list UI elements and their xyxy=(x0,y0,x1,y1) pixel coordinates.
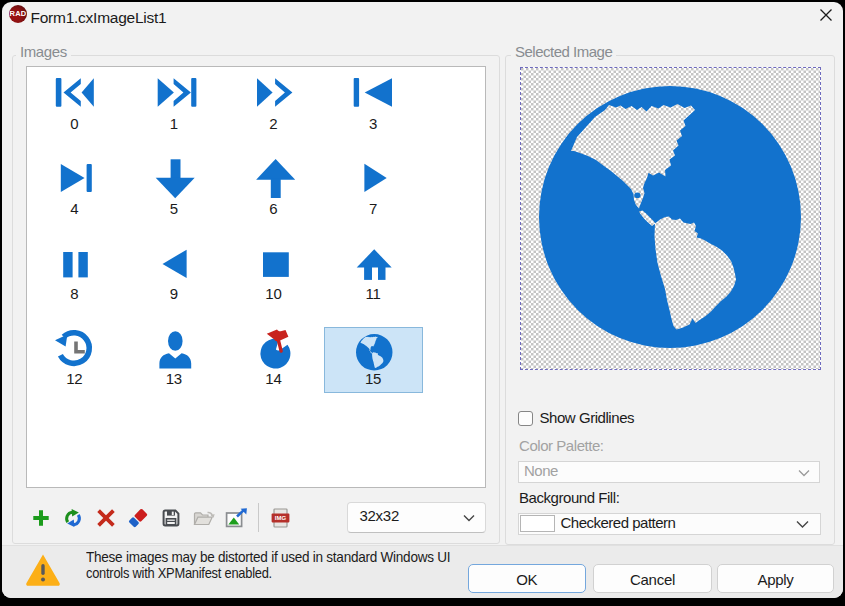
svg-text:IMG: IMG xyxy=(274,515,286,521)
